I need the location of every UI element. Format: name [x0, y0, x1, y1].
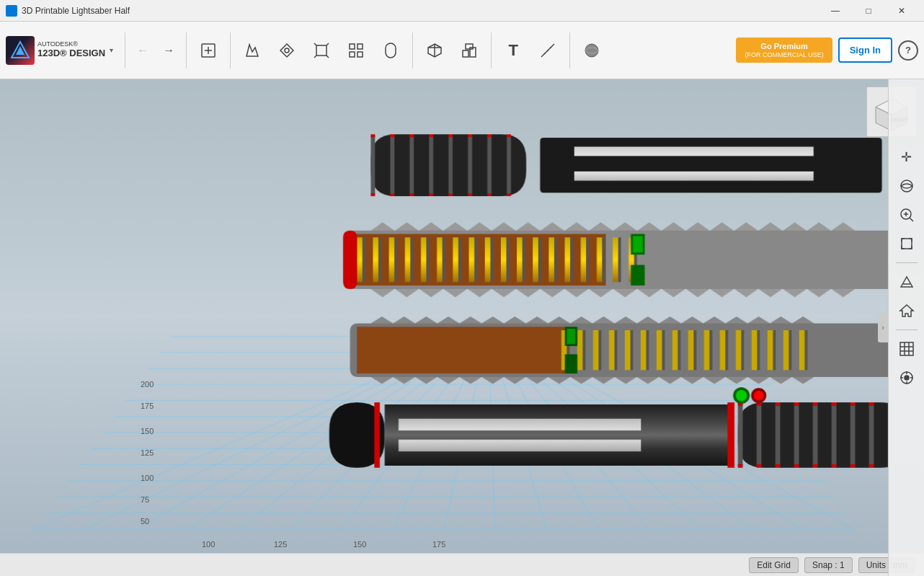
titlebar-controls: — □ ✕ — [819, 0, 918, 22]
svg-line-10 — [326, 56, 329, 58]
right-toolbar: ✛ — [888, 79, 924, 576]
combine-button[interactable] — [375, 31, 407, 70]
bottom-bar: Edit Grid Snap : 1 Units : mm — [0, 553, 924, 576]
main-area: 100 125 150 175 50 75 100 125 150 175 20… — [0, 79, 924, 576]
svg-line-8 — [326, 43, 329, 45]
grid-view-button[interactable] — [894, 336, 920, 362]
minimize-button[interactable]: — — [819, 0, 852, 22]
svg-point-22 — [901, 180, 912, 192]
app-icon — [6, 5, 17, 17]
pattern-button[interactable] — [340, 31, 372, 70]
edit-grid-button[interactable]: Edit Grid — [749, 557, 799, 573]
zoom-button[interactable] — [894, 202, 920, 228]
svg-rect-29 — [900, 342, 913, 355]
back-button[interactable]: ← — [131, 39, 154, 62]
sketch-button[interactable] — [236, 31, 268, 70]
text-button[interactable]: T — [497, 31, 529, 70]
sep5 — [491, 32, 492, 68]
signin-button[interactable]: Sign In — [838, 37, 892, 63]
appname-label: 123D® DESIGN — [37, 48, 105, 58]
close-button[interactable]: ✕ — [885, 0, 918, 22]
premium-button[interactable]: Go Premium (FOR COMMERCIAL USE) — [736, 37, 832, 63]
home-view-button[interactable] — [894, 298, 920, 324]
logo-dropdown-icon[interactable]: ▾ — [110, 46, 113, 54]
autodesk-logo — [6, 36, 35, 65]
rt-sep1 — [896, 262, 918, 263]
premium-label: Go Premium — [760, 42, 807, 51]
sep2 — [186, 32, 187, 68]
svg-point-35 — [905, 376, 909, 380]
snap-button[interactable]: Snap : 1 — [804, 557, 853, 573]
expand-tab[interactable]: › — [878, 314, 888, 342]
svg-rect-27 — [902, 239, 912, 249]
premium-sublabel: (FOR COMMERCIAL USE) — [745, 51, 823, 59]
toolbar: AUTODESK® 123D® DESIGN ▾ ← → — [0, 22, 924, 79]
modify-button[interactable] — [306, 31, 337, 70]
svg-rect-11 — [350, 44, 355, 49]
snap-view-button[interactable] — [894, 365, 920, 391]
logo-area: AUTODESK® 123D® DESIGN ▾ — [6, 36, 113, 65]
viewport[interactable]: 100 125 150 175 50 75 100 125 150 175 20… — [0, 79, 924, 576]
svg-line-9 — [314, 56, 316, 58]
measure-button[interactable] — [532, 31, 564, 70]
help-button[interactable]: ? — [898, 40, 918, 61]
pan-button[interactable]: ✛ — [894, 144, 920, 170]
sep6 — [569, 32, 570, 68]
svg-rect-6 — [316, 45, 326, 56]
maximize-button[interactable]: □ — [852, 0, 885, 22]
titlebar-left: 3D Printable Lightsaber Half — [6, 5, 130, 17]
svg-line-7 — [314, 43, 316, 45]
window-title: 3D Printable Lightsaber Half — [22, 6, 130, 16]
logo-text: AUTODESK® 123D® DESIGN — [37, 41, 105, 58]
svg-rect-14 — [357, 52, 363, 57]
svg-rect-13 — [350, 52, 355, 57]
svg-point-20 — [585, 44, 598, 57]
svg-rect-17 — [463, 50, 468, 57]
svg-rect-12 — [357, 44, 363, 49]
forward-button[interactable]: → — [157, 39, 180, 62]
new-design-button[interactable] — [192, 31, 224, 70]
sep1 — [125, 32, 125, 68]
perspective-button[interactable] — [894, 269, 920, 295]
orbit-button[interactable] — [894, 173, 920, 199]
svg-rect-19 — [466, 44, 473, 49]
construct-button[interactable] — [271, 31, 303, 70]
fit-button[interactable] — [894, 231, 920, 257]
material-button[interactable] — [576, 31, 608, 70]
rt-sep2 — [896, 329, 918, 330]
sep4 — [412, 32, 413, 68]
3d-canvas[interactable] — [0, 79, 888, 553]
3d-button[interactable] — [419, 31, 450, 70]
place-button[interactable] — [453, 31, 485, 70]
svg-line-24 — [910, 218, 913, 221]
svg-point-5 — [285, 48, 289, 53]
titlebar: 3D Printable Lightsaber Half — □ ✕ — [0, 0, 924, 22]
sep3 — [230, 32, 231, 68]
